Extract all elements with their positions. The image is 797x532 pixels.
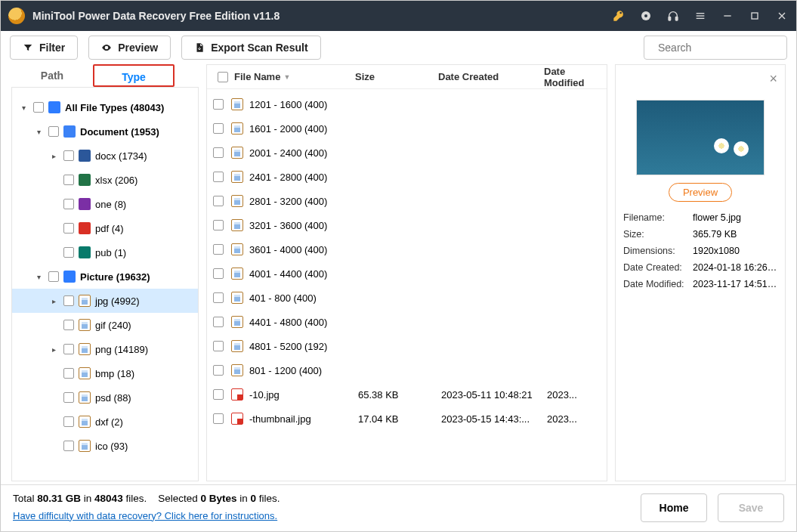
close-icon[interactable]: [775, 9, 789, 23]
eye-icon: [101, 42, 112, 53]
file-row[interactable]: 401 - 800 (400): [207, 286, 607, 310]
tree-checkbox[interactable]: [63, 150, 74, 161]
file-row[interactable]: 2401 - 2800 (400): [207, 165, 607, 189]
file-row[interactable]: 4001 - 4400 (400): [207, 261, 607, 286]
tree-item[interactable]: ▸jpg (4992): [12, 289, 198, 313]
tree-checkbox[interactable]: [63, 368, 74, 379]
tree-item[interactable]: ▾Picture (19632): [12, 264, 198, 289]
file-checkbox[interactable]: [213, 244, 224, 255]
tree-item[interactable]: dxf (2): [12, 410, 198, 434]
tree-item[interactable]: ▾Document (1953): [12, 119, 198, 144]
col-size[interactable]: Size: [355, 71, 438, 82]
tree-checkbox[interactable]: [33, 102, 44, 113]
chevron-icon[interactable]: ▾: [33, 273, 44, 281]
meta-size-value: 365.79 KB: [693, 229, 777, 240]
tree-checkbox[interactable]: [63, 344, 74, 354]
chevron-icon[interactable]: ▾: [33, 128, 44, 136]
chevron-icon[interactable]: ▸: [48, 297, 59, 305]
tree-item[interactable]: psd (88): [12, 385, 198, 410]
file-checkbox[interactable]: [213, 172, 224, 182]
file-list[interactable]: 1201 - 1600 (400)1601 - 2000 (400)2001 -…: [207, 89, 607, 481]
tree-item[interactable]: pdf (4): [12, 216, 198, 240]
tree-checkbox[interactable]: [48, 126, 59, 137]
file-row[interactable]: 801 - 1200 (400): [207, 358, 607, 382]
type-tree[interactable]: ▾All File Types (48043)▾Document (1953)▸…: [11, 87, 199, 481]
chevron-icon[interactable]: ▸: [48, 152, 59, 160]
chevron-icon[interactable]: ▾: [18, 104, 29, 112]
tree-checkbox[interactable]: [63, 392, 74, 403]
file-row[interactable]: -10.jpg65.38 KB2023-05-11 10:48:212023..…: [207, 382, 607, 407]
file-checkbox[interactable]: [213, 389, 224, 400]
tree-checkbox[interactable]: [48, 271, 59, 282]
file-name: 4001 - 4400 (400): [249, 268, 358, 280]
tree-checkbox[interactable]: [63, 199, 74, 209]
file-row[interactable]: 2801 - 3200 (400): [207, 189, 607, 213]
file-row[interactable]: 2001 - 2400 (400): [207, 141, 607, 165]
file-row[interactable]: 4401 - 4800 (400): [207, 310, 607, 334]
file-checkbox[interactable]: [213, 220, 224, 230]
tree-item[interactable]: ▸png (14189): [12, 337, 198, 361]
disc-icon[interactable]: [639, 9, 653, 23]
minimize-icon[interactable]: [721, 9, 734, 23]
tree-checkbox[interactable]: [63, 247, 74, 258]
preview-button[interactable]: Preview: [88, 36, 171, 60]
preview-open-button[interactable]: Preview: [669, 183, 732, 202]
file-row[interactable]: 1601 - 2000 (400): [207, 116, 607, 141]
chevron-icon[interactable]: ▸: [48, 345, 59, 354]
close-preview-icon[interactable]: ×: [769, 71, 777, 87]
svg-rect-5: [697, 15, 705, 16]
file-checkbox[interactable]: [213, 413, 224, 424]
home-button[interactable]: Home: [641, 493, 707, 522]
select-all-checkbox[interactable]: [218, 72, 228, 82]
upgrade-key-icon[interactable]: [612, 9, 626, 23]
tree-checkbox[interactable]: [63, 295, 74, 306]
file-checkbox[interactable]: [213, 123, 224, 134]
save-button[interactable]: Save: [718, 493, 784, 522]
menu-icon[interactable]: [694, 9, 707, 23]
file-checkbox[interactable]: [213, 317, 224, 327]
tree-label: psd (88): [95, 392, 131, 404]
file-row[interactable]: 4801 - 5200 (192): [207, 334, 607, 358]
app-icon: [8, 8, 25, 24]
help-link[interactable]: Have difficulty with data recovery? Clic…: [13, 510, 277, 521]
tree-item[interactable]: ico (93): [12, 434, 198, 458]
sort-arrow-icon: ▼: [283, 73, 290, 81]
filter-button[interactable]: Filter: [10, 36, 78, 60]
file-checkbox[interactable]: [213, 99, 224, 110]
col-created[interactable]: Date Created: [438, 71, 544, 82]
tree-item[interactable]: bmp (18): [12, 361, 198, 385]
tree-item[interactable]: gif (240): [12, 313, 198, 337]
export-button[interactable]: Export Scan Result: [181, 36, 320, 60]
col-modified[interactable]: Date Modified: [544, 66, 601, 88]
file-checkbox[interactable]: [213, 196, 224, 206]
file-row[interactable]: -thumbnail.jpg17.04 KB2023-05-15 14:43:.…: [207, 407, 607, 431]
tree-item[interactable]: ▾All File Types (48043): [12, 95, 198, 119]
tree-item[interactable]: one (8): [12, 192, 198, 216]
tree-checkbox[interactable]: [63, 223, 74, 234]
tree-checkbox[interactable]: [63, 175, 74, 185]
search-input[interactable]: [658, 42, 790, 54]
file-row[interactable]: 1201 - 1600 (400): [207, 92, 607, 116]
headphones-icon[interactable]: [666, 9, 680, 23]
file-date-created: 2023-05-11 10:48:21: [441, 389, 547, 401]
column-headers[interactable]: File Name▼ Size Date Created Date Modifi…: [207, 65, 607, 89]
tree-checkbox[interactable]: [63, 416, 74, 427]
col-filename[interactable]: File Name▼: [234, 71, 355, 82]
file-checkbox[interactable]: [213, 268, 224, 279]
meta-filename-label: Filename:: [623, 212, 693, 223]
file-checkbox[interactable]: [213, 341, 224, 351]
tree-item[interactable]: xlsx (206): [12, 168, 198, 192]
maximize-icon[interactable]: [748, 9, 761, 23]
file-row[interactable]: 3601 - 4000 (400): [207, 237, 607, 261]
tree-checkbox[interactable]: [63, 441, 74, 451]
tree-item[interactable]: ▸docx (1734): [12, 144, 198, 168]
file-checkbox[interactable]: [213, 292, 224, 303]
search-box[interactable]: [644, 36, 787, 60]
tab-type[interactable]: Type: [93, 64, 175, 87]
file-row[interactable]: 3201 - 3600 (400): [207, 213, 607, 237]
tab-path[interactable]: Path: [11, 64, 93, 87]
tree-item[interactable]: pub (1): [12, 240, 198, 264]
file-checkbox[interactable]: [213, 147, 224, 158]
tree-checkbox[interactable]: [63, 320, 74, 330]
file-checkbox[interactable]: [213, 365, 224, 376]
